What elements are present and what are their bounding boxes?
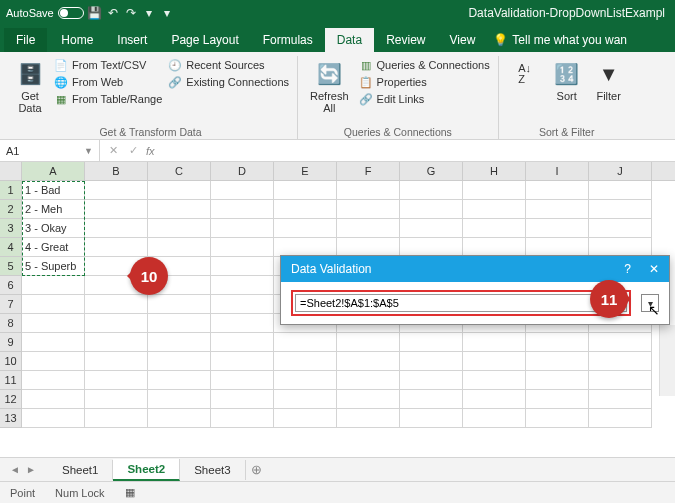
cell[interactable] — [148, 238, 211, 257]
queries-button[interactable]: ▥Queries & Connections — [359, 58, 490, 72]
row-header[interactable]: 7 — [0, 295, 21, 314]
row-header[interactable]: 5 — [0, 257, 21, 276]
cell[interactable] — [526, 409, 589, 428]
cell[interactable] — [526, 390, 589, 409]
cell[interactable] — [148, 314, 211, 333]
cell[interactable] — [148, 390, 211, 409]
cell[interactable] — [148, 352, 211, 371]
cell[interactable] — [211, 409, 274, 428]
cell[interactable] — [589, 200, 652, 219]
cell[interactable] — [85, 181, 148, 200]
sheet-tab-2[interactable]: Sheet2 — [113, 459, 180, 481]
cell[interactable] — [148, 371, 211, 390]
cell[interactable] — [274, 333, 337, 352]
cell[interactable] — [400, 181, 463, 200]
filter-button[interactable]: ▼Filter — [591, 58, 627, 104]
col-header[interactable]: E — [274, 162, 337, 180]
name-box[interactable]: A1▼ — [0, 140, 100, 162]
tab-data[interactable]: Data — [325, 28, 374, 52]
cell[interactable] — [463, 219, 526, 238]
from-table-button[interactable]: ▦From Table/Range — [54, 92, 162, 106]
cell[interactable] — [22, 390, 85, 409]
tab-insert[interactable]: Insert — [105, 28, 159, 52]
col-header[interactable]: J — [589, 162, 652, 180]
sheet-nav[interactable]: ◄► — [8, 464, 38, 475]
cell[interactable] — [400, 200, 463, 219]
get-data-button[interactable]: 🗄️ Get Data — [12, 58, 48, 116]
cell[interactable] — [211, 276, 274, 295]
edit-links-button[interactable]: 🔗Edit Links — [359, 92, 490, 106]
qat-icon[interactable]: ▾ — [142, 6, 156, 20]
cell[interactable] — [526, 333, 589, 352]
cell[interactable] — [589, 371, 652, 390]
cell[interactable] — [211, 333, 274, 352]
cell[interactable] — [274, 219, 337, 238]
cancel-icon[interactable]: ✕ — [104, 142, 122, 160]
cell[interactable]: 4 - Great — [22, 238, 85, 257]
existing-connections-button[interactable]: 🔗Existing Connections — [168, 75, 289, 89]
recent-sources-button[interactable]: 🕘Recent Sources — [168, 58, 289, 72]
cell[interactable] — [85, 238, 148, 257]
cell[interactable] — [463, 200, 526, 219]
cell[interactable] — [589, 390, 652, 409]
source-input[interactable] — [295, 294, 627, 312]
cell[interactable] — [463, 181, 526, 200]
col-header[interactable]: F — [337, 162, 400, 180]
cell[interactable] — [85, 371, 148, 390]
cell[interactable] — [85, 219, 148, 238]
cell[interactable] — [526, 371, 589, 390]
cell[interactable] — [589, 181, 652, 200]
cell[interactable]: 2 - Meh — [22, 200, 85, 219]
row-header[interactable]: 11 — [0, 371, 21, 390]
vertical-scrollbar[interactable] — [659, 325, 675, 396]
cell[interactable] — [211, 314, 274, 333]
cell[interactable] — [148, 181, 211, 200]
sort-button[interactable]: 🔢Sort — [549, 58, 585, 104]
col-header[interactable]: G — [400, 162, 463, 180]
cell[interactable] — [589, 352, 652, 371]
cell[interactable] — [400, 219, 463, 238]
cell[interactable] — [22, 314, 85, 333]
row-header[interactable]: 8 — [0, 314, 21, 333]
help-button[interactable]: ? — [624, 262, 631, 276]
col-header[interactable]: H — [463, 162, 526, 180]
toggle-off-icon[interactable] — [58, 7, 84, 19]
row-header[interactable]: 6 — [0, 276, 21, 295]
cell[interactable] — [337, 371, 400, 390]
cell[interactable] — [400, 352, 463, 371]
cell[interactable] — [211, 390, 274, 409]
cell[interactable] — [148, 333, 211, 352]
sheet-tab-3[interactable]: Sheet3 — [180, 460, 245, 480]
cell[interactable] — [211, 200, 274, 219]
cell[interactable] — [85, 200, 148, 219]
refresh-all-button[interactable]: 🔄 Refresh All — [306, 58, 353, 116]
col-header[interactable]: D — [211, 162, 274, 180]
add-sheet-button[interactable]: ⊕ — [246, 462, 268, 477]
sheet-tab-1[interactable]: Sheet1 — [48, 460, 113, 480]
row-header[interactable]: 2 — [0, 200, 21, 219]
redo-icon[interactable]: ↷ — [124, 6, 138, 20]
cell[interactable] — [211, 181, 274, 200]
cell[interactable] — [274, 371, 337, 390]
cell[interactable] — [337, 390, 400, 409]
cell[interactable] — [400, 409, 463, 428]
col-header[interactable]: C — [148, 162, 211, 180]
cell[interactable] — [211, 352, 274, 371]
cell[interactable] — [337, 200, 400, 219]
cell[interactable] — [463, 352, 526, 371]
col-header[interactable]: B — [85, 162, 148, 180]
cell[interactable] — [526, 352, 589, 371]
cell[interactable] — [85, 314, 148, 333]
save-icon[interactable]: 💾 — [88, 6, 102, 20]
undo-icon[interactable]: ↶ — [106, 6, 120, 20]
cell[interactable] — [274, 181, 337, 200]
cell[interactable] — [22, 352, 85, 371]
cell[interactable] — [148, 295, 211, 314]
cell[interactable] — [22, 409, 85, 428]
row-header[interactable]: 3 — [0, 219, 21, 238]
cell[interactable] — [211, 371, 274, 390]
tab-review[interactable]: Review — [374, 28, 437, 52]
col-header[interactable]: A — [22, 162, 85, 180]
cell[interactable] — [211, 238, 274, 257]
tell-me-search[interactable]: 💡 Tell me what you wan — [493, 28, 627, 52]
